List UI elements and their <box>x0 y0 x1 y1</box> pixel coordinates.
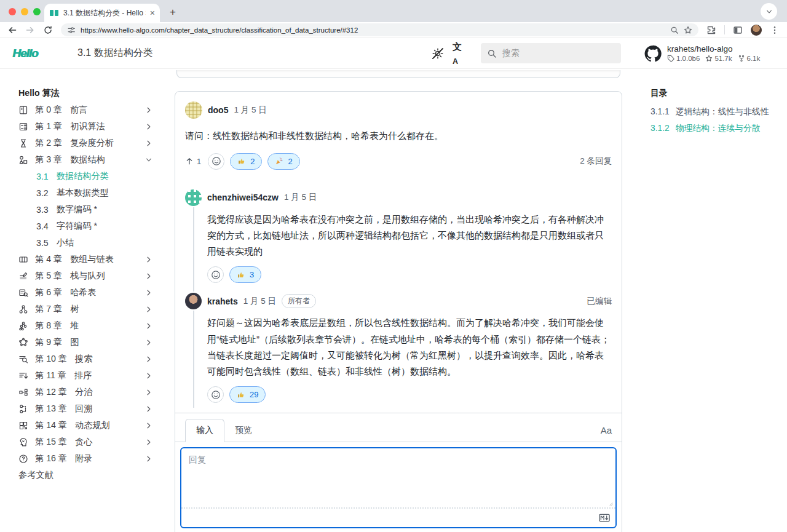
sidebar-item-chapter-15[interactable]: 第 15 章贪心 <box>18 434 168 450</box>
main-content: doo5 1 月 5 日 请问：线性数据结构和非线性数据结构，哈希表为什么都存在… <box>168 69 628 532</box>
sidebar-item-chapter-5[interactable]: 第 5 章栈与队列 <box>18 268 168 284</box>
reply-textarea[interactable]: 回复 <box>180 447 617 528</box>
reply-author[interactable]: krahets <box>207 296 238 306</box>
fork-icon <box>738 55 745 62</box>
sidebar-item-chapter-1[interactable]: 第 1 章初识算法 <box>18 118 168 135</box>
avatar[interactable] <box>185 101 202 119</box>
reply-author[interactable]: chenzhiwei54czw <box>207 193 279 202</box>
sidebar-item-chapter-3[interactable]: 第 3 章数据结构 <box>18 151 168 168</box>
site-logo[interactable]: Hello <box>12 47 53 60</box>
reaction-pill-thumbs-up[interactable]: 29 <box>229 386 266 403</box>
sidebar-item-3-3[interactable]: 3.3数字编码 * <box>18 201 168 218</box>
thumbs-up-icon <box>237 391 245 399</box>
address-bar[interactable]: https://www.hello-algo.com/chapter_data_… <box>61 23 698 36</box>
sidebar-item-chapter-13[interactable]: 第 13 章回溯 <box>18 400 168 417</box>
maximize-window-button[interactable] <box>33 8 41 15</box>
reaction-pill-thumbs-up[interactable]: 2 <box>230 153 262 170</box>
chevron-down-icon <box>765 8 773 15</box>
hash-search-icon <box>18 288 28 298</box>
sidebar-item-chapter-0[interactable]: 第 0 章前言 <box>18 101 168 118</box>
sidebar-item-chapter-4[interactable]: 第 4 章数组与链表 <box>18 251 168 268</box>
chevron-right-icon <box>145 439 152 446</box>
search-input[interactable]: 搜索 <box>481 43 621 63</box>
sidebar-nav: Hello 算法 第 0 章前言 第 1 章初识算法 第 2 章复杂度分析 第 … <box>0 69 168 532</box>
markdown-icon[interactable] <box>599 512 610 523</box>
window-controls[interactable] <box>9 8 41 15</box>
table-of-contents: 目录 3.1.1逻辑结构：线性与非线性 3.1.2物理结构：连续与分散 <box>628 69 787 532</box>
comment-date[interactable]: 1 月 5 日 <box>234 105 266 116</box>
toc-title: 目录 <box>651 85 787 101</box>
grid-icon <box>18 255 28 264</box>
avatar[interactable] <box>185 189 202 206</box>
sidebar-item-3-4[interactable]: 3.4字符编码 * <box>18 218 168 234</box>
sidebar-site-title: Hello 算法 <box>18 85 168 101</box>
new-tab-button[interactable]: + <box>165 4 181 20</box>
add-reaction-button[interactable] <box>208 153 224 170</box>
zoom-icon[interactable] <box>670 26 679 34</box>
language-button[interactable]: 文A <box>453 46 467 61</box>
repo-forks: 6.1k <box>747 55 761 62</box>
sidebar-item-references[interactable]: 参考文献 <box>18 467 168 483</box>
browser-toolbar: https://www.hello-algo.com/chapter_data_… <box>0 22 787 38</box>
toc-item-3-1-2[interactable]: 3.1.2物理结构：连续与分散 <box>651 120 787 137</box>
side-panel-icon[interactable] <box>733 25 743 35</box>
owner-badge: 所有者 <box>282 294 316 308</box>
forward-button[interactable] <box>25 25 35 35</box>
theme-toggle-button[interactable] <box>430 46 445 61</box>
minimize-window-button[interactable] <box>21 8 28 15</box>
tab-write[interactable]: 输入 <box>185 419 224 442</box>
bookmark-star-icon[interactable] <box>684 26 692 34</box>
toolbar-divider <box>724 25 725 34</box>
page-title: 3.1 数据结构分类 <box>77 47 153 60</box>
question-icon <box>18 454 28 464</box>
sidebar-item-chapter-10[interactable]: 第 10 章搜索 <box>18 351 168 367</box>
browser-tab-strip: 3.1 数据结构分类 - Hello 算法 × + <box>0 0 787 22</box>
reload-button[interactable] <box>43 25 53 35</box>
add-reaction-button[interactable] <box>207 266 224 283</box>
sidebar-item-chapter-6[interactable]: 第 6 章哈希表 <box>18 284 168 301</box>
back-button[interactable] <box>7 25 17 35</box>
tag-icon <box>667 55 674 62</box>
sidebar-item-3-1[interactable]: 3.1数据结构分类 <box>18 168 168 185</box>
reply-date[interactable]: 1 月 5 日 <box>284 192 317 203</box>
add-reaction-button[interactable] <box>207 386 224 403</box>
site-settings-icon[interactable] <box>67 26 76 34</box>
sidebar-item-chapter-16[interactable]: 第 16 章附录 <box>18 450 168 467</box>
sidebar-item-3-5[interactable]: 3.5小结 <box>18 234 168 251</box>
sidebar-item-chapter-14[interactable]: 第 14 章动态规划 <box>18 417 168 434</box>
resize-handle-icon[interactable] <box>606 499 614 507</box>
sidebar-item-chapter-8[interactable]: 第 8 章堆 <box>18 317 168 334</box>
reply-date[interactable]: 1 月 5 日 <box>243 296 276 307</box>
chevron-right-icon <box>145 140 152 147</box>
upvote-button[interactable]: 1 <box>185 157 201 166</box>
avatar[interactable] <box>185 293 202 309</box>
sidebar-item-chapter-11[interactable]: 第 11 章排序 <box>18 367 168 384</box>
reply-body: 好问题～这因为哈希表底层是数组，所以包含线性数据结构。而为了解决哈希冲突，我们可… <box>207 315 612 379</box>
reaction-pill-tada[interactable]: 2 <box>267 153 299 170</box>
tab-close-icon[interactable]: × <box>150 8 155 18</box>
sidebar-item-chapter-2[interactable]: 第 2 章复杂度分析 <box>18 135 168 151</box>
github-repo-link[interactable]: krahets/hello-algo 1.0.0b6 51.7k 6.1k <box>644 44 775 62</box>
close-window-button[interactable] <box>9 8 16 15</box>
browser-tab[interactable]: 3.1 数据结构分类 - Hello 算法 × <box>44 4 160 22</box>
toc-item-3-1-1[interactable]: 3.1.1逻辑结构：线性与非线性 <box>651 103 787 120</box>
extensions-icon[interactable] <box>706 25 716 35</box>
reply: chenzhiwei54czw 1 月 5 日 我觉得应该是因为哈希表在没有冲突… <box>185 189 612 284</box>
upvote-count: 1 <box>197 157 201 166</box>
reaction-pill-thumbs-up[interactable]: 3 <box>229 266 261 283</box>
browser-profile-avatar[interactable] <box>751 25 762 36</box>
chevron-right-icon <box>145 322 152 330</box>
tab-title: 3.1 数据结构分类 - Hello 算法 <box>63 8 146 18</box>
comment-author[interactable]: doo5 <box>208 105 228 115</box>
replies-section: chenzhiwei54czw 1 月 5 日 我觉得应该是因为哈希表在没有冲突… <box>175 178 622 413</box>
sidebar-item-3-2[interactable]: 3.2基本数据类型 <box>18 185 168 201</box>
sidebar-item-chapter-7[interactable]: 第 7 章树 <box>18 301 168 317</box>
github-icon <box>644 45 662 62</box>
tab-overview-button[interactable] <box>761 3 777 20</box>
sidebar-item-chapter-12[interactable]: 第 12 章分治 <box>18 384 168 400</box>
text-format-button[interactable]: Aa <box>601 425 612 442</box>
thumbs-up-icon <box>237 271 245 279</box>
tab-preview[interactable]: 预览 <box>224 419 263 442</box>
sidebar-item-chapter-9[interactable]: 第 9 章图 <box>18 334 168 351</box>
browser-menu-icon[interactable] <box>770 25 780 35</box>
